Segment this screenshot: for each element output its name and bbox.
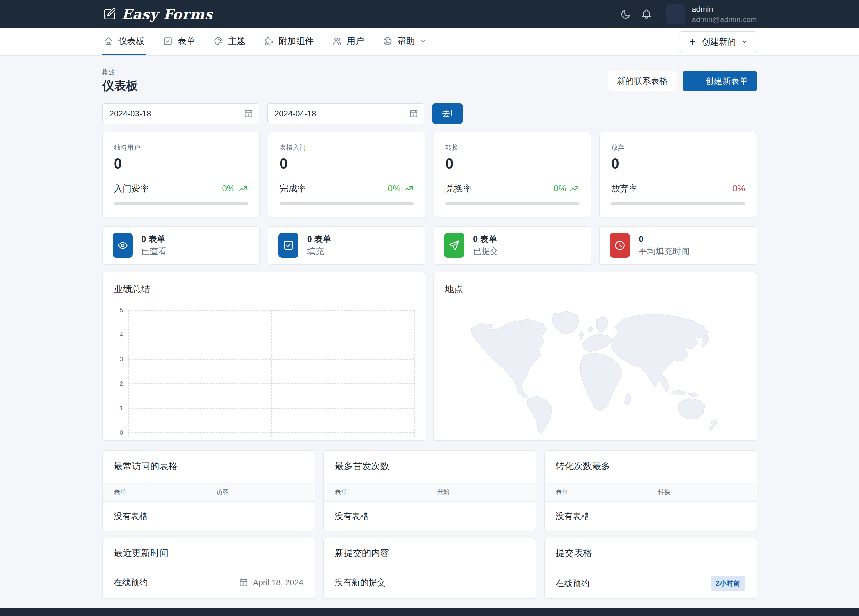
counter-value: 0 表单 (142, 233, 167, 245)
most-visited-forms-card: 最常访问的表格 表单 访客 没有表格 (102, 450, 315, 531)
stat-sub-label: 完成率 (280, 182, 306, 195)
panel-title: 新提交的内容 (323, 538, 536, 568)
empty-message: 没有新的提交 (335, 577, 386, 588)
clock-icon (614, 239, 626, 251)
counter-card-viewed: 0 表单 已查看 (102, 226, 259, 265)
counter-card-submitted: 0 表单 已提交 (434, 226, 591, 265)
create-new-form-label: 创建新表单 (706, 75, 748, 87)
plus-icon (688, 37, 697, 46)
new-contact-form-button[interactable]: 新的联系表格 (608, 70, 677, 91)
progress-bar (280, 202, 414, 205)
new-submissions-panel: 新提交的内容 没有新的提交 (323, 538, 536, 599)
send-icon (448, 239, 460, 251)
column-header: 表单 (335, 488, 437, 496)
table-empty-row: 没有表格 (323, 502, 536, 531)
create-new-dropdown-button[interactable]: 创建新的 (679, 31, 757, 52)
table-title: 转化次数最多 (545, 451, 757, 482)
column-header: 开始 (437, 488, 525, 496)
chevron-down-icon (741, 38, 748, 45)
tab-label: 仪表板 (118, 35, 145, 47)
y-tick: 1 (120, 404, 123, 412)
y-tick: 3 (120, 355, 123, 363)
tab-forms[interactable]: 表单 (162, 28, 197, 55)
tab-users[interactable]: 用户 (331, 28, 365, 55)
checkbox-icon (163, 36, 173, 46)
form-link[interactable]: 在线预约 (114, 577, 148, 588)
stat-value: 0 (611, 155, 745, 172)
counter-card-filled: 0 表单 填充 (268, 226, 425, 265)
y-tick: 2 (120, 380, 123, 387)
plus-icon (692, 76, 701, 85)
stat-value: 0 (445, 155, 579, 172)
stats-row: 独特用户 0 入门费率 0% 表格入门 0 完成率 0% 转换 0 (102, 132, 757, 217)
calendar-icon (239, 577, 248, 588)
dark-mode-toggle[interactable] (620, 8, 631, 20)
chart-y-axis: 5 4 3 2 1 0 (114, 310, 128, 432)
counters-row: 0 表单 已查看 0 表单 填充 0 表单 已提交 (102, 226, 757, 265)
user-name: admin (692, 4, 757, 14)
moon-icon (620, 8, 631, 20)
page-pretitle: 概述 (102, 68, 138, 76)
updated-date: April 18, 2024 (253, 578, 303, 588)
main-content: 概述 仪表板 新的联系表格 创建新表单 去! 独特用户 (102, 68, 757, 616)
tab-label: 用户 (347, 35, 364, 47)
counter-label: 已查看 (142, 245, 167, 257)
stat-sub-label: 放弃率 (611, 182, 637, 195)
progress-bar (114, 202, 248, 205)
tab-addons[interactable]: 附加组件 (263, 28, 315, 55)
tab-dashboard[interactable]: 仪表板 (102, 28, 146, 55)
tab-themes[interactable]: 主题 (212, 28, 247, 55)
counter-value: 0 表单 (307, 233, 331, 245)
y-tick: 0 (120, 429, 123, 436)
stat-card-abandoned: 放弃 0 放弃率 0% (600, 132, 757, 217)
date-to-input[interactable] (267, 103, 424, 124)
date-from-input[interactable] (102, 103, 259, 124)
create-new-form-button[interactable]: 创建新表单 (683, 70, 757, 91)
counter-value: 0 表单 (473, 233, 498, 245)
stat-card-form-entries: 表格入门 0 完成率 0% (268, 132, 425, 217)
table-empty-row: 没有表格 (103, 502, 315, 531)
user-menu[interactable]: admin admin@admin.com (666, 4, 757, 24)
locations-card: 地点 (433, 272, 757, 441)
stat-card-unique-users: 独特用户 0 入门费率 0% (102, 132, 259, 217)
tab-label: 附加组件 (279, 35, 314, 47)
tab-label: 主题 (228, 35, 246, 47)
brand-logo[interactable]: Easy Forms (102, 6, 213, 22)
go-button[interactable]: 去! (433, 103, 462, 124)
tab-label: 表单 (178, 35, 195, 47)
form-link[interactable]: 在线预约 (556, 578, 590, 589)
y-tick: 4 (120, 331, 123, 338)
avatar (666, 5, 686, 24)
tab-help[interactable]: 帮助 (381, 28, 428, 55)
bell-icon (641, 8, 652, 20)
progress-bar (445, 202, 579, 205)
tab-label: 帮助 (397, 35, 415, 47)
time-ago-badge: 2小时前 (711, 576, 745, 591)
world-map (445, 303, 745, 438)
brand-name: Easy Forms (122, 6, 213, 22)
eye-icon (117, 239, 129, 251)
create-new-label: 创建新的 (702, 36, 736, 47)
users-icon (332, 36, 342, 46)
column-header: 访客 (216, 488, 303, 496)
column-header: 转换 (658, 488, 745, 496)
stat-label: 独特用户 (114, 143, 248, 152)
y-tick: 5 (120, 306, 123, 314)
stat-value: 0 (280, 155, 414, 172)
trending-up-icon (569, 184, 579, 193)
stat-sub-label: 兑换率 (445, 182, 472, 195)
stat-label: 表格入门 (280, 143, 414, 152)
column-header: 表单 (114, 488, 216, 496)
panels-row: 最近更新时间 在线预约 April 18, 2024 新提交的内容 没有新的提交… (102, 538, 757, 599)
submitted-forms-panel: 提交表格 在线预约 2小时前 (544, 538, 757, 599)
most-started-forms-card: 最多首发次数 表单 开始 没有表格 (323, 450, 536, 531)
notifications-button[interactable] (641, 8, 652, 20)
map-title: 地点 (445, 283, 745, 296)
chevron-down-icon (420, 37, 426, 45)
panel-title: 最近更新时间 (103, 538, 315, 568)
topbar-actions: admin admin@admin.com (620, 4, 757, 24)
stat-rate: 0% (388, 184, 400, 193)
bottom-bar (0, 608, 859, 616)
palette-icon (213, 36, 223, 46)
user-email: admin@admin.com (692, 14, 757, 24)
